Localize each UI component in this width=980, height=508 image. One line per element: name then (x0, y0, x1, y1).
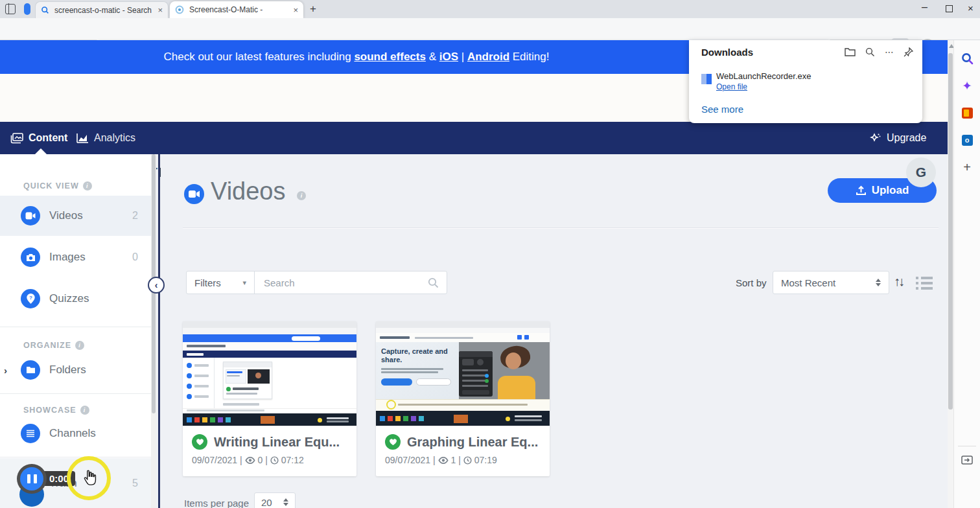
views-icon (438, 457, 449, 464)
upload-icon (856, 185, 867, 196)
folders-icon (21, 360, 40, 380)
browser-titlebar: screencast-o-matic - Search × Screencast… (0, 0, 980, 18)
items-per-page-select[interactable]: 20 (254, 492, 296, 508)
window-minimize-button[interactable]: – (922, 1, 928, 13)
open-downloads-folder-icon[interactable] (845, 47, 856, 56)
videos-icon (21, 206, 40, 225)
new-tab-button[interactable]: + (310, 3, 316, 16)
office-icon[interactable] (961, 106, 974, 119)
tab-title: screencast-o-matic - Search (54, 6, 154, 15)
sidebar-item-folders[interactable]: › Folders (0, 350, 151, 390)
promo-banner-text: Check out our latest features including … (0, 40, 713, 74)
video-card[interactable]: Capture, create and share. Graphing (376, 321, 550, 476)
sidebar-divider (0, 327, 151, 327)
browser-tab-search[interactable]: screencast-o-matic - Search × (35, 1, 169, 18)
list-view-icon[interactable] (916, 277, 933, 292)
search-icon[interactable] (428, 277, 439, 288)
tab-close-icon[interactable]: × (293, 5, 298, 15)
video-thumbnail[interactable]: Capture, create and share. (376, 321, 550, 426)
sort-value: Most Recent (781, 277, 835, 288)
sidebar: QUICK VIEWi Videos 2 Images 0 ? Quizzes … (0, 154, 151, 508)
upgrade-sparkle-icon (869, 132, 881, 144)
sort-direction-icon[interactable]: ↑↓ (894, 274, 903, 289)
sidebar-divider (0, 457, 151, 457)
section-divider (183, 227, 939, 229)
content-icon (10, 133, 23, 144)
pin-icon[interactable] (904, 47, 913, 57)
search-input[interactable] (255, 271, 428, 294)
video-views: 0 (258, 455, 263, 465)
tab-title: Screencast-O-Matic - (189, 5, 289, 14)
sidebar-add-icon[interactable]: + (961, 161, 974, 174)
sidebar-search-icon[interactable] (961, 52, 974, 65)
main-content: Videos i Upload Filters ▾ Sort by Most R… (161, 154, 948, 508)
user-avatar[interactable]: G (906, 157, 936, 187)
info-icon[interactable]: i (75, 341, 84, 350)
video-title[interactable]: Writing Linear Equ... (214, 435, 340, 450)
tab-actions-icon[interactable] (5, 4, 16, 14)
see-more-link[interactable]: See more (701, 104, 743, 115)
published-status-icon (385, 434, 401, 450)
search-downloads-icon[interactable] (865, 47, 875, 57)
video-title[interactable]: Graphing Linear Eq... (407, 435, 538, 450)
filters-dropdown[interactable]: Filters ▾ (187, 271, 255, 294)
video-date: 09/07/2021 (192, 455, 237, 465)
video-meta: 09/07/2021 | 1 | 07:19 (385, 455, 497, 465)
select-arrows-icon (283, 498, 288, 506)
sidebar-collapse-button[interactable]: ‹ (148, 277, 165, 294)
images-icon (21, 248, 40, 267)
open-file-link[interactable]: Open file (716, 82, 747, 91)
video-thumbnail[interactable] (183, 321, 356, 426)
select-arrows-icon (876, 279, 881, 286)
analytics-icon (76, 133, 89, 143)
upgrade-button[interactable]: Upgrade (869, 122, 926, 154)
sidebar-item-label: Videos (49, 209, 83, 222)
sidebar-item-videos[interactable]: Videos 2 (0, 196, 151, 236)
video-meta: 09/07/2021 | 0 | 07:12 (192, 455, 304, 465)
copilot-icon[interactable]: ✦ (961, 79, 974, 92)
expand-chevron-icon[interactable]: › (4, 365, 7, 376)
downloaded-file-icon (701, 74, 712, 84)
ios-link[interactable]: iOS (439, 51, 458, 64)
sidebar-rail-divider (958, 446, 976, 446)
sidebar-toggle-icon[interactable] (961, 454, 974, 467)
upgrade-label: Upgrade (887, 132, 926, 144)
workspace-indicator[interactable] (24, 3, 30, 15)
downloads-popup: Downloads ⋯ WebLaunchRecorder.exe Open f… (689, 40, 922, 123)
info-icon[interactable]: i (83, 181, 92, 190)
info-icon[interactable]: i (297, 191, 306, 200)
quizzes-icon: ? (21, 289, 40, 308)
sort-by-label: Sort by (736, 277, 767, 288)
sidebar-item-label: Channels (49, 427, 96, 440)
duration-icon (270, 456, 279, 465)
window-close-button[interactable]: × (968, 3, 974, 14)
views-icon (245, 457, 255, 464)
tab-content-label: Content (29, 132, 67, 144)
active-tab-pointer (35, 148, 47, 154)
browser-tab-screencast[interactable]: Screencast-O-Matic - × (170, 1, 303, 18)
window-maximize-button[interactable] (946, 5, 953, 12)
sound-effects-link[interactable]: sound effects (354, 51, 426, 64)
page-scrollbar-thumb[interactable] (948, 53, 953, 410)
sidebar-item-count: 2 (132, 210, 138, 222)
published-status-icon (192, 434, 207, 450)
items-per-page-value: 20 (261, 497, 272, 508)
videos-page-icon (184, 184, 204, 204)
tab-analytics-label: Analytics (94, 132, 135, 144)
recorder-pause-button[interactable] (17, 464, 47, 494)
video-duration: 07:19 (474, 455, 497, 465)
sidebar-item-quizzes[interactable]: ? Quizzes (0, 279, 151, 319)
android-link[interactable]: Android (467, 51, 509, 64)
video-card[interactable]: Writing Linear Equ... 09/07/2021 | 0 | 0… (183, 321, 356, 476)
sort-select[interactable]: Most Recent (773, 271, 889, 294)
sidebar-edge-line (158, 154, 160, 508)
tab-close-icon[interactable]: × (158, 5, 163, 15)
sidebar-item-channels[interactable]: Channels (0, 413, 151, 454)
downloads-menu-icon[interactable]: ⋯ (885, 47, 894, 57)
upload-label: Upload (872, 184, 909, 197)
channels-icon (21, 424, 40, 443)
downloaded-file-name[interactable]: WebLaunchRecorder.exe (716, 71, 811, 81)
outlook-icon[interactable]: o (961, 133, 974, 146)
sidebar-item-images[interactable]: Images 0 (0, 237, 151, 277)
tab-analytics[interactable]: Analytics (76, 122, 135, 154)
